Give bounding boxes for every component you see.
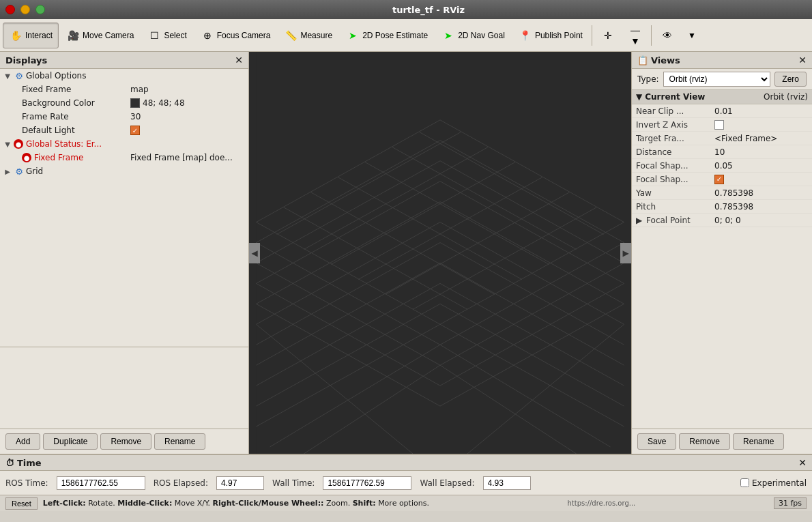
- ros-time-input[interactable]: [57, 476, 145, 490]
- fixed-frame-error-icon: ●: [22, 153, 31, 162]
- experimental-checkbox[interactable]: [740, 478, 749, 487]
- rename-display-button[interactable]: Rename: [154, 433, 205, 450]
- current-view-header[interactable]: ▼ Current View Orbit (rviz): [632, 90, 812, 104]
- displays-buttons: Add Duplicate Remove Rename: [0, 429, 248, 454]
- interact-icon: ✋: [9, 29, 23, 42]
- global-options-label: Global Options: [26, 71, 86, 81]
- target-frame-row[interactable]: Target Fra... <Fixed Frame>: [632, 132, 812, 145]
- reset-button[interactable]: Reset: [5, 497, 38, 510]
- focal-shape1-row[interactable]: Focal Shap... 0.05: [632, 159, 812, 173]
- global-status-expander[interactable]: ▼: [3, 141, 12, 148]
- window-title: turtle_tf - RViz: [50, 5, 807, 15]
- current-view-type: Orbit (rviz): [764, 92, 808, 102]
- wall-elapsed-input[interactable]: [483, 476, 531, 490]
- select-button[interactable]: ☐ Select: [141, 23, 192, 48]
- time-close-icon[interactable]: ✕: [798, 457, 807, 468]
- displays-header: Displays ✕: [0, 52, 248, 69]
- publish-point-button[interactable]: 📍 Publish Point: [512, 23, 589, 48]
- focal-shape2-checkbox[interactable]: ✓: [714, 175, 724, 184]
- publish-point-label: Publish Point: [535, 31, 583, 40]
- measure-button[interactable]: 📏 Measure: [278, 23, 338, 48]
- minimize-btn[interactable]: [20, 5, 30, 14]
- move-camera-icon: 🎥: [66, 29, 80, 42]
- default-light-row[interactable]: Default Light ✓: [0, 124, 248, 137]
- near-clip-value: 0.01: [714, 106, 808, 116]
- yaw-value: 0.785398: [714, 188, 808, 198]
- select-label: Select: [164, 31, 186, 40]
- fixed-frame-error-value: Fixed Frame [map] doe...: [130, 153, 233, 162]
- distance-row[interactable]: Distance 10: [632, 145, 812, 159]
- focal-shape2-row[interactable]: Focal Shap... ✓: [632, 173, 812, 186]
- viewport-nav-left[interactable]: ◀: [249, 243, 260, 263]
- pose-estimate-button[interactable]: ➤ 2D Pose Estimate: [340, 23, 434, 48]
- displays-tree: ▼ ⚙ Global Options Fixed Frame map: [0, 69, 248, 347]
- frame-rate-label: Frame Rate: [22, 112, 69, 121]
- toolbar-separator-1: [592, 25, 592, 46]
- pitch-row[interactable]: Pitch 0.785398: [632, 200, 812, 214]
- viewport[interactable]: ◀ ▶: [249, 52, 631, 454]
- eye-dropdown-button[interactable]: ▼: [682, 23, 702, 48]
- frame-rate-row[interactable]: Frame Rate 30: [0, 110, 248, 124]
- interact-button[interactable]: ✋ Interact: [3, 23, 59, 48]
- eye-icon: 👁: [661, 29, 674, 42]
- fps-counter: 31 fps: [774, 497, 807, 509]
- rename-view-button[interactable]: Rename: [733, 433, 784, 450]
- close-btn[interactable]: [5, 5, 15, 14]
- views-type-select[interactable]: Orbit (rviz): [663, 72, 771, 87]
- focal-point-row[interactable]: ▶ Focal Point 0; 0; 0: [632, 214, 812, 227]
- nav-goal-button[interactable]: ➤ 2D Nav Goal: [435, 23, 511, 48]
- grid-row[interactable]: ▶ ⚙ Grid: [0, 164, 248, 178]
- default-light-checkbox[interactable]: ✓: [130, 126, 140, 135]
- displays-lower: [0, 347, 248, 429]
- global-status-row[interactable]: ▼ ● Global Status: Er...: [0, 137, 248, 151]
- displays-title: Displays: [5, 55, 47, 66]
- status-hint: Left-Click: Rotate. Middle-Click: Move X…: [43, 499, 429, 508]
- fixed-frame-row[interactable]: Fixed Frame map: [0, 83, 248, 96]
- fixed-frame-error-row[interactable]: ● Fixed Frame Fixed Frame [map] doe...: [0, 151, 248, 164]
- invert-z-row[interactable]: Invert Z Axis: [632, 118, 812, 132]
- views-tree: ▼ Current View Orbit (rviz) Near Clip ..…: [632, 90, 812, 429]
- grid-label: Grid: [26, 166, 43, 176]
- minus-button[interactable]: —▼: [622, 23, 648, 48]
- invert-z-checkbox[interactable]: [714, 120, 724, 130]
- displays-close-icon[interactable]: ✕: [235, 55, 243, 66]
- background-color-row[interactable]: Background Color 48; 48; 48: [0, 96, 248, 110]
- focal-shape2-label: Focal Shap...: [636, 175, 714, 184]
- remove-view-button[interactable]: Remove: [679, 433, 730, 450]
- wall-time-label: Wall Time:: [272, 478, 315, 488]
- duplicate-button[interactable]: Duplicate: [43, 433, 98, 450]
- views-panel: 📋 Views ✕ Type: Orbit (rviz) Zero ▼ Curr…: [631, 52, 812, 454]
- main-area: Displays ✕ ▼ ⚙ Global Options: [0, 52, 812, 454]
- eye-button[interactable]: 👁: [654, 23, 680, 48]
- distance-value: 10: [714, 147, 808, 157]
- measure-label: Measure: [300, 31, 332, 40]
- views-close-icon[interactable]: ✕: [798, 55, 807, 66]
- wall-time-input[interactable]: [323, 476, 411, 490]
- background-color-swatch[interactable]: [130, 98, 140, 108]
- viewport-nav-right[interactable]: ▶: [620, 243, 631, 263]
- crosshair-button[interactable]: ✛: [595, 23, 621, 48]
- current-view-expander: ▼: [636, 92, 642, 102]
- yaw-label: Yaw: [636, 188, 714, 198]
- focal-point-expander[interactable]: ▶: [636, 216, 642, 225]
- 3d-grid: [249, 52, 631, 454]
- views-buttons: Save Remove Rename: [632, 429, 812, 454]
- grid-expander[interactable]: ▶: [3, 168, 12, 175]
- save-view-button[interactable]: Save: [637, 433, 676, 450]
- views-zero-button[interactable]: Zero: [774, 72, 807, 87]
- global-options-expander[interactable]: ▼: [3, 72, 12, 80]
- yaw-row[interactable]: Yaw 0.785398: [632, 186, 812, 200]
- move-camera-button[interactable]: 🎥 Move Camera: [60, 23, 140, 48]
- maximize-btn[interactable]: [35, 5, 45, 14]
- views-title: Views: [651, 55, 680, 66]
- remove-display-button[interactable]: Remove: [100, 433, 151, 450]
- views-panel-icon: 📋: [637, 55, 648, 66]
- focus-camera-button[interactable]: ⊕ Focus Camera: [194, 23, 277, 48]
- global-options-row[interactable]: ▼ ⚙ Global Options: [0, 69, 248, 83]
- interact-label: Interact: [25, 31, 53, 40]
- add-button[interactable]: Add: [5, 433, 40, 450]
- select-icon: ☐: [147, 29, 161, 42]
- minus-icon: —▼: [628, 29, 642, 42]
- near-clip-row[interactable]: Near Clip ... 0.01: [632, 104, 812, 118]
- ros-elapsed-input[interactable]: [216, 476, 264, 490]
